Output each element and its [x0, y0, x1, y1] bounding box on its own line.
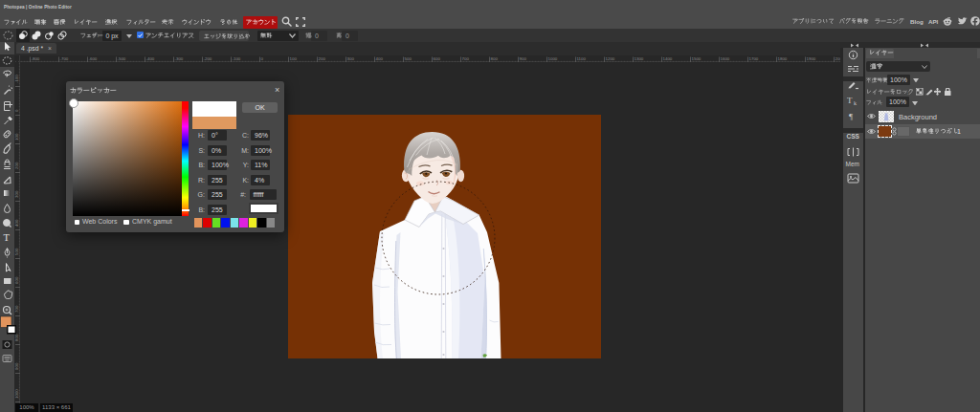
- svg-text:500: 500: [405, 56, 412, 61]
- svg-text:CSS: CSS: [847, 133, 860, 140]
- svg-text:100: 100: [290, 56, 298, 61]
- svg-text:-600: -600: [89, 56, 98, 61]
- svg-text:1000: 1000: [548, 56, 558, 61]
- svg-text:Mem: Mem: [846, 161, 859, 167]
- svg-text:-400: -400: [146, 56, 155, 61]
- svg-text:200: 200: [319, 56, 326, 61]
- svg-text:600: 600: [434, 56, 441, 61]
- svg-text:800: 800: [491, 56, 499, 61]
- svg-text:1100: 1100: [577, 56, 587, 61]
- svg-text:300: 300: [347, 56, 355, 61]
- svg-text:1200: 1200: [606, 56, 615, 61]
- svg-text:¶: ¶: [849, 112, 853, 121]
- svg-text:1300: 1300: [635, 56, 644, 61]
- svg-text:T: T: [847, 96, 853, 105]
- svg-text:0: 0: [261, 56, 264, 61]
- svg-text:2000: 2000: [835, 56, 841, 61]
- svg-text:-700: -700: [60, 56, 69, 61]
- svg-text:1700: 1700: [749, 56, 759, 61]
- svg-text:-300: -300: [175, 56, 184, 61]
- svg-text:k: k: [854, 100, 857, 106]
- svg-text:-100: -100: [233, 56, 241, 61]
- svg-text:1600: 1600: [721, 56, 730, 61]
- svg-text:T: T: [4, 232, 11, 243]
- svg-text:900: 900: [520, 56, 527, 61]
- svg-text:1900: 1900: [807, 56, 816, 61]
- svg-text:-500: -500: [118, 56, 126, 61]
- svg-text:-200: -200: [204, 56, 212, 61]
- svg-text:1400: 1400: [663, 56, 673, 61]
- svg-text:700: 700: [462, 56, 470, 61]
- svg-text:400: 400: [376, 56, 384, 61]
- svg-text:1800: 1800: [778, 56, 788, 61]
- svg-text:1500: 1500: [692, 56, 702, 61]
- svg-text:-800: -800: [32, 56, 40, 61]
